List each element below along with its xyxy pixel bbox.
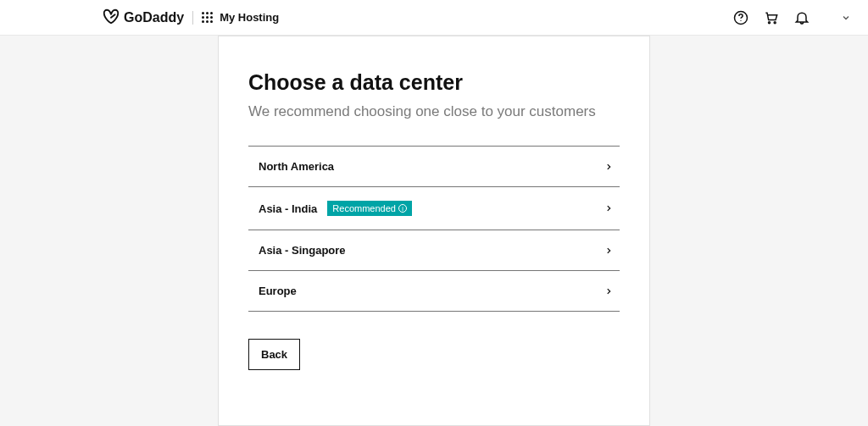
option-label: North America (259, 160, 334, 173)
apps-grid-icon[interactable] (202, 12, 213, 23)
svg-point-2 (769, 21, 771, 23)
chevron-right-icon (604, 246, 613, 255)
svg-point-3 (774, 21, 776, 23)
recommended-badge: Recommended i (327, 201, 412, 216)
help-icon[interactable] (732, 9, 749, 26)
header-actions (732, 9, 851, 26)
card-footer: Back (248, 339, 620, 370)
option-label: Europe (259, 285, 297, 297)
data-center-card: Choose a data center We recommend choosi… (218, 36, 650, 426)
page-subtitle: We recommend choosing one close to your … (248, 103, 620, 120)
svg-point-1 (740, 19, 741, 20)
chevron-right-icon (604, 204, 613, 213)
chevron-right-icon (604, 287, 613, 296)
account-dropdown[interactable] (841, 13, 851, 23)
option-north-america[interactable]: North America (248, 147, 620, 187)
bell-icon[interactable] (793, 9, 810, 26)
option-asia-singapore[interactable]: Asia - Singapore (248, 230, 620, 271)
back-button[interactable]: Back (248, 339, 300, 370)
option-asia-india[interactable]: Asia - India Recommended i (248, 187, 620, 230)
page-name: My Hosting (220, 11, 279, 24)
brand-logo[interactable]: GoDaddy (102, 7, 184, 29)
option-label: Asia - Singapore (259, 244, 346, 257)
option-label: Asia - India (259, 202, 317, 215)
cart-icon[interactable] (763, 9, 780, 26)
global-header: GoDaddy My Hosting (0, 0, 868, 36)
chevron-right-icon (604, 163, 613, 171)
info-icon: i (398, 204, 407, 213)
option-europe[interactable]: Europe (248, 271, 620, 312)
header-divider (192, 11, 193, 25)
data-center-list: North America Asia - India Recommended i (248, 146, 620, 312)
page-title: Choose a data center (248, 70, 620, 95)
godaddy-logo-icon (102, 7, 120, 29)
brand-name: GoDaddy (124, 10, 184, 25)
main-content: Choose a data center We recommend choosi… (0, 36, 868, 426)
badge-text: Recommended (332, 203, 396, 213)
